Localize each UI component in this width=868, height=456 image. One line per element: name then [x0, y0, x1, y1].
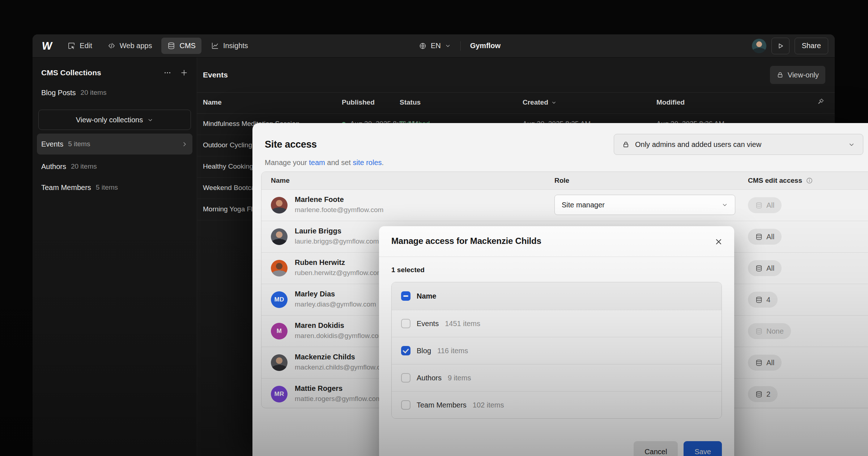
- user-name: Maren Dokidis: [295, 321, 344, 330]
- modal-header: Manage access for Mackenzie Childs: [379, 226, 734, 257]
- user-name: Marlene Foote: [295, 195, 344, 204]
- toggle-label: View-only collections: [76, 116, 143, 124]
- avatar: [271, 228, 288, 245]
- user-row: Marlene Foote marlene.foote@gymflow.com …: [261, 190, 868, 221]
- view-only-label: View-only: [788, 71, 819, 79]
- avatar: [271, 197, 288, 214]
- tab-insights[interactable]: Insights: [205, 38, 254, 54]
- tab-web-apps-label: Web apps: [120, 42, 152, 50]
- column-created[interactable]: Created: [523, 98, 557, 106]
- tab-web-apps[interactable]: Web apps: [102, 38, 158, 54]
- user-name: Ruben Herwitz: [295, 258, 345, 267]
- checkbox[interactable]: [401, 319, 410, 328]
- user-email: maren.dokidis@gymflow.com: [295, 332, 384, 340]
- collections-list: Name Events 1451 items Blog 116 items Au…: [391, 282, 722, 419]
- chevron-down-icon: [848, 141, 855, 148]
- view-only-badge[interactable]: View-only: [770, 66, 825, 84]
- globe-icon: [419, 42, 427, 50]
- chart-icon: [211, 42, 219, 50]
- modal-footer: Cancel Save: [391, 441, 722, 456]
- cms-access-pill[interactable]: 4: [748, 292, 778, 308]
- avatar: M: [271, 323, 288, 339]
- user-email: ruben.herwitz@gymflow.com: [295, 269, 383, 277]
- more-options-icon[interactable]: [163, 69, 171, 77]
- user-email: laurie.briggs@gymflow.com: [295, 237, 379, 245]
- collection-row-team-members[interactable]: Team Members 102 items: [392, 392, 722, 418]
- avatar: [271, 260, 288, 276]
- team-link[interactable]: team: [309, 159, 325, 166]
- sort-chevron-icon: [551, 100, 557, 105]
- share-button[interactable]: Share: [795, 38, 828, 54]
- share-label: Share: [802, 42, 821, 50]
- site-access-title: Site access: [265, 139, 317, 150]
- avatar: MD: [271, 291, 288, 308]
- save-button[interactable]: Save: [684, 441, 722, 456]
- sidebar-item-blog-posts[interactable]: Blog Posts 20 items: [33, 82, 197, 103]
- header-label: Name: [417, 292, 436, 300]
- collection-count: 5 items: [68, 140, 90, 148]
- cancel-button[interactable]: Cancel: [634, 441, 678, 456]
- language-selector[interactable]: EN: [419, 42, 451, 50]
- user-email: marley.dias@gymflow.com: [295, 300, 376, 308]
- checkbox[interactable]: [401, 346, 410, 355]
- avatar: [271, 354, 288, 371]
- chevron-down-icon: [147, 117, 153, 123]
- collection-count: 20 items: [81, 89, 107, 97]
- visibility-dropdown[interactable]: Only admins and added users can view: [614, 134, 863, 155]
- chevron-down-icon: [722, 202, 728, 208]
- column-modified[interactable]: Modified: [656, 98, 685, 106]
- site-roles-link[interactable]: site roles: [353, 159, 382, 166]
- collection-count: 5 items: [96, 183, 118, 191]
- user-avatar[interactable]: [752, 39, 766, 53]
- sidebar-item-team-members[interactable]: Team Members 5 items: [33, 177, 197, 198]
- preview-button[interactable]: [771, 38, 790, 54]
- cms-access-pill[interactable]: 2: [748, 386, 778, 402]
- cms-access-pill[interactable]: All: [748, 260, 782, 276]
- info-icon[interactable]: [806, 177, 813, 184]
- tab-edit[interactable]: Edit: [61, 38, 98, 54]
- close-icon[interactable]: [712, 236, 725, 248]
- column-name: Name: [271, 177, 290, 185]
- cms-access-pill[interactable]: None: [748, 323, 791, 339]
- event-name: Outdoor Cycling: [203, 141, 252, 149]
- user-email: mattie.rogers@gymflow.com: [295, 395, 382, 403]
- add-collection-icon[interactable]: [180, 69, 188, 77]
- modal-body: 1 selected Name Events 1451 items Blog 1…: [391, 257, 722, 456]
- event-name: Healthy Cooking: [203, 162, 253, 170]
- column-cms-edit-access: CMS edit access: [748, 177, 813, 185]
- collection-row-blog[interactable]: Blog 116 items: [392, 337, 722, 364]
- tab-edit-label: Edit: [80, 42, 92, 50]
- cms-access-pill[interactable]: All: [748, 229, 782, 245]
- column-published[interactable]: Published: [342, 98, 375, 106]
- tab-cms-label: CMS: [179, 42, 195, 50]
- sidebar-title: CMS Collections: [41, 68, 101, 77]
- checkbox[interactable]: [401, 373, 410, 383]
- cms-access-pill[interactable]: All: [748, 197, 782, 213]
- chevron-right-icon: [181, 141, 188, 148]
- role-select[interactable]: Site manager: [554, 195, 735, 215]
- webflow-logo[interactable]: W: [41, 40, 53, 52]
- pin-icon[interactable]: [817, 98, 825, 106]
- view-only-collections-toggle[interactable]: View-only collections: [38, 110, 191, 130]
- sidebar-item-events[interactable]: Events 5 items: [37, 134, 192, 155]
- database-icon: [167, 42, 175, 50]
- events-title: Events: [203, 71, 228, 79]
- edit-icon: [67, 42, 76, 50]
- column-status[interactable]: Status: [400, 98, 421, 106]
- collections-list-header[interactable]: Name: [392, 282, 722, 310]
- user-email: marlene.foote@gymflow.com: [295, 206, 383, 214]
- sidebar-header: CMS Collections: [41, 68, 188, 77]
- code-icon: [107, 42, 116, 50]
- avatar: MR: [271, 386, 288, 402]
- select-all-checkbox[interactable]: [401, 291, 410, 301]
- site-access-table-header: Name Role CMS edit access: [261, 172, 868, 190]
- sidebar-item-authors[interactable]: Authors 20 items: [33, 156, 197, 177]
- tab-cms[interactable]: CMS: [161, 38, 201, 54]
- navbar-center: EN Gymflow: [419, 41, 501, 51]
- column-name[interactable]: Name: [203, 98, 222, 106]
- checkbox[interactable]: [401, 400, 410, 410]
- collection-row-events[interactable]: Events 1451 items: [392, 310, 722, 337]
- collection-row-authors[interactable]: Authors 9 items: [392, 364, 722, 392]
- column-role: Role: [554, 177, 569, 185]
- cms-access-pill[interactable]: All: [748, 355, 782, 371]
